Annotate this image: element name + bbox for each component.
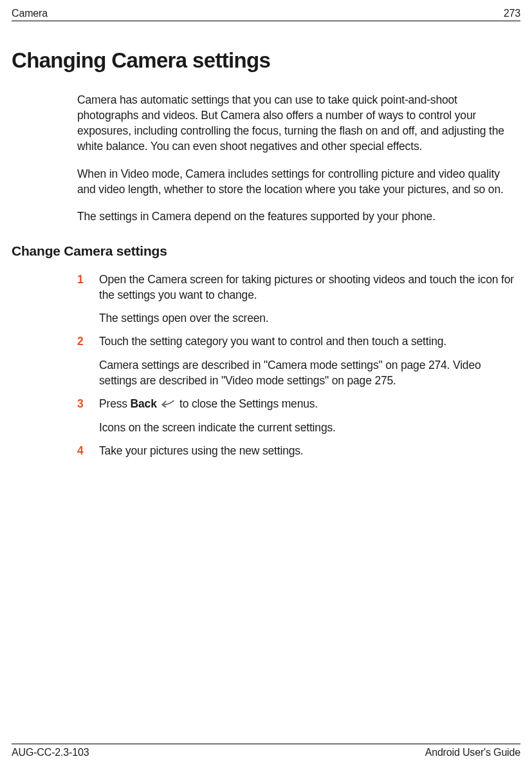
- step-content: Press Back to close the Settings menus. …: [99, 396, 514, 436]
- page-header: Camera 273: [12, 8, 520, 21]
- step-text-segment: Press: [99, 397, 131, 410]
- step-text: Camera settings are described in "Camera…: [99, 357, 514, 388]
- intro-paragraph: When in Video mode, Camera includes sett…: [77, 166, 514, 197]
- step-number: 3: [77, 396, 99, 436]
- header-section: Camera: [12, 8, 48, 19]
- step-text-segment: to close the Settings menus.: [176, 397, 318, 410]
- intro-paragraph: The settings in Camera depend on the fea…: [77, 209, 514, 224]
- step-content: Take your pictures using the new setting…: [99, 443, 514, 458]
- step-text: Open the Camera screen for taking pictur…: [99, 272, 514, 303]
- back-label: Back: [131, 397, 157, 410]
- step-number: 2: [77, 333, 99, 388]
- step-text: The settings open over the screen.: [99, 310, 514, 326]
- step-item: 3 Press Back to close the Settings menus…: [77, 396, 514, 436]
- step-item: 2 Touch the setting category you want to…: [77, 333, 514, 388]
- step-content: Open the Camera screen for taking pictur…: [99, 272, 514, 326]
- step-item: 4 Take your pictures using the new setti…: [77, 443, 514, 458]
- footer-document-id: AUG-CC-2.3-103: [12, 747, 89, 758]
- back-icon: [161, 397, 175, 412]
- page-footer: AUG-CC-2.3-103 Android User's Guide: [12, 744, 520, 770]
- step-number: 4: [77, 443, 99, 458]
- step-text: Icons on the screen indicate the current…: [99, 420, 514, 435]
- header-page-number: 273: [504, 8, 520, 19]
- steps-list: 1 Open the Camera screen for taking pict…: [77, 272, 514, 467]
- step-item: 1 Open the Camera screen for taking pict…: [77, 272, 514, 326]
- step-number: 1: [77, 272, 99, 326]
- footer-guide-name: Android User's Guide: [425, 747, 520, 758]
- step-content: Touch the setting category you want to c…: [99, 333, 514, 388]
- page-title: Changing Camera settings: [12, 48, 520, 73]
- step-text: Press Back to close the Settings menus.: [99, 396, 514, 412]
- intro-paragraph: Camera has automatic settings that you c…: [77, 92, 514, 155]
- step-text: Take your pictures using the new setting…: [99, 443, 514, 458]
- section-heading: Change Camera settings: [12, 243, 520, 259]
- step-text: Touch the setting category you want to c…: [99, 333, 514, 349]
- intro-block: Camera has automatic settings that you c…: [77, 92, 514, 236]
- page-container: Camera 273 Changing Camera settings Came…: [0, 0, 532, 770]
